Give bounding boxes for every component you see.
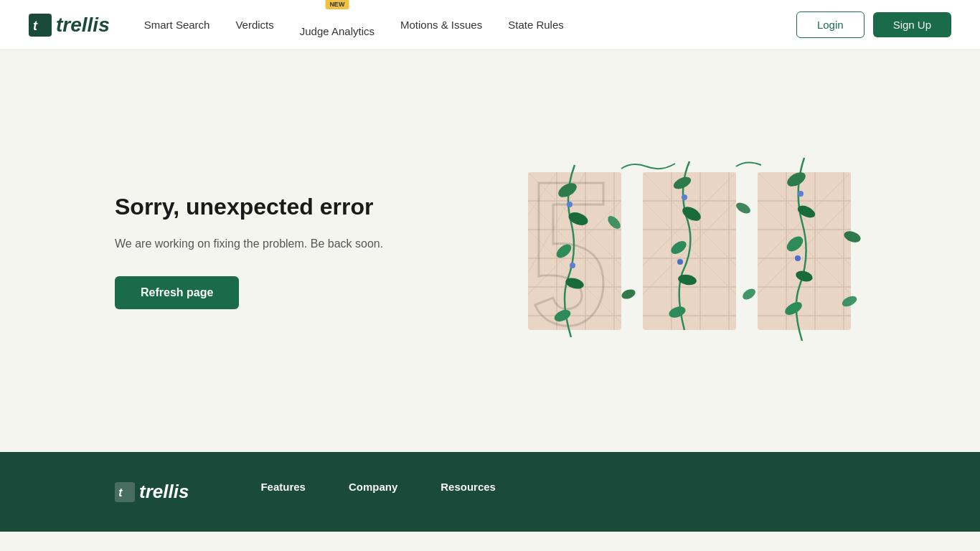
footer-col-company: Company xyxy=(349,481,397,499)
digit-0-second xyxy=(758,172,851,330)
footer-col-features: Features xyxy=(260,481,306,499)
logo[interactable]: t trellis xyxy=(29,14,110,37)
main-nav: Smart Search Verdicts NEW Judge Analytic… xyxy=(144,12,796,37)
logo-text: trellis xyxy=(56,14,110,37)
logo-icon: t xyxy=(29,14,52,37)
svg-point-55 xyxy=(682,194,687,200)
nav-state-rules[interactable]: State Rules xyxy=(508,19,564,31)
header: t trellis Smart Search Verdicts NEW Judg… xyxy=(0,0,980,50)
main-content: Sorry, unexpected error We are working o… xyxy=(0,50,980,452)
refresh-button[interactable]: Refresh page xyxy=(115,276,239,309)
svg-point-67 xyxy=(740,286,757,301)
footer-logo-text: trellis xyxy=(139,481,189,503)
nav-judge-analytics[interactable]: NEW Judge Analytics xyxy=(300,12,374,37)
error-illustration xyxy=(521,151,865,352)
svg-point-66 xyxy=(734,200,752,215)
header-actions: Login Sign Up xyxy=(796,11,951,38)
error-description: We are working on fixing the problem. Be… xyxy=(115,235,383,253)
error-title: Sorry, unexpected error xyxy=(115,193,383,220)
footer-company-heading: Company xyxy=(349,481,397,493)
svg-point-62 xyxy=(798,191,804,197)
nav-verdicts[interactable]: Verdicts xyxy=(235,19,273,31)
svg-point-65 xyxy=(621,288,637,301)
svg-text:t: t xyxy=(118,486,123,499)
footer: t trellis Features Company Resources xyxy=(0,452,980,532)
login-button[interactable]: Login xyxy=(796,11,864,38)
new-badge: NEW xyxy=(325,0,349,9)
footer-col-resources: Resources xyxy=(440,481,496,499)
footer-features-heading: Features xyxy=(260,481,306,493)
svg-rect-0 xyxy=(29,14,52,37)
error-content: Sorry, unexpected error We are working o… xyxy=(115,193,383,309)
svg-point-56 xyxy=(677,259,683,265)
svg-point-49 xyxy=(570,263,575,268)
svg-rect-70 xyxy=(115,482,135,502)
500-svg xyxy=(521,151,865,352)
svg-point-63 xyxy=(795,255,801,261)
footer-logo[interactable]: t trellis xyxy=(115,481,189,503)
svg-text:t: t xyxy=(33,19,38,33)
svg-point-48 xyxy=(567,202,573,207)
footer-resources-heading: Resources xyxy=(440,481,496,493)
nav-motions-issues[interactable]: Motions & Issues xyxy=(400,19,482,31)
nav-smart-search[interactable]: Smart Search xyxy=(144,19,210,31)
signup-button[interactable]: Sign Up xyxy=(873,12,951,37)
footer-logo-icon: t xyxy=(115,482,135,502)
